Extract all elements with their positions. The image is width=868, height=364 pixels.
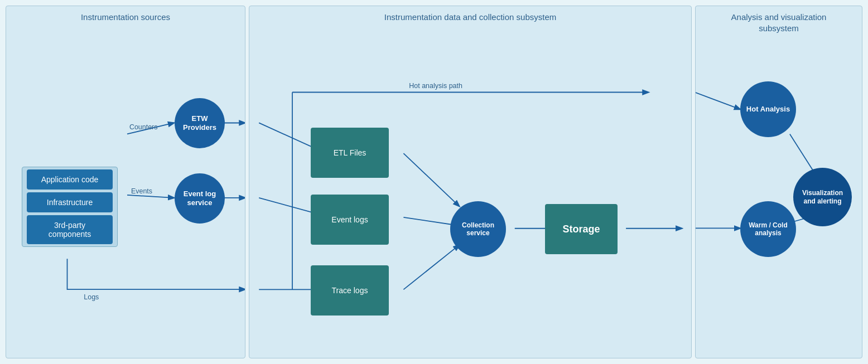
- trace-logs-box: Trace logs: [311, 265, 389, 316]
- etl-files-box: ETL Files: [311, 128, 389, 178]
- panel-sources-title: Instrumentation sources: [6, 6, 245, 26]
- hot-analysis-circle: Hot Analysis: [740, 81, 796, 137]
- warm-cold-analysis-circle: Warm / Cold analysis: [740, 201, 796, 257]
- source-box-infrastructure: Infrastructure: [27, 192, 113, 212]
- svg-line-12: [403, 153, 459, 206]
- panel-analysis-title: Analysis and visualization subsystem: [696, 6, 862, 37]
- event-logs-box: Event logs: [311, 195, 389, 245]
- event-log-service-circle: Event log service: [175, 173, 225, 224]
- panel-data-title: Instrumentation data and collection subs…: [249, 6, 691, 26]
- svg-line-2: [127, 195, 174, 198]
- storage-box: Storage: [545, 204, 618, 254]
- visualization-alerting-circle: Visualization and alerting: [793, 168, 852, 226]
- panel-data: Instrumentation data and collection subs…: [249, 6, 692, 358]
- source-box-app-code: Application code: [27, 169, 113, 190]
- panel-analysis: Analysis and visualization subsystem: [695, 6, 862, 358]
- etw-providers-circle: ETW Providers: [175, 98, 225, 148]
- source-inner: Application code Infrastructure 3rd-part…: [22, 167, 118, 247]
- panel-sources: Instrumentation sources Counters Events: [6, 6, 245, 358]
- svg-line-17: [696, 93, 740, 109]
- collection-service-circle: Collection service: [450, 201, 506, 257]
- svg-line-14: [403, 245, 459, 290]
- svg-line-0: [127, 123, 174, 134]
- svg-text:Events: Events: [131, 187, 152, 195]
- source-box-3rdparty: 3rd-party components: [27, 215, 113, 244]
- svg-text:Hot analysis path: Hot analysis path: [409, 82, 462, 90]
- svg-text:Logs: Logs: [84, 293, 99, 301]
- svg-text:Counters: Counters: [129, 123, 157, 131]
- source-boxes-group: Application code Infrastructure 3rd-part…: [14, 162, 126, 251]
- diagram-container: Instrumentation sources Counters Events: [0, 0, 868, 364]
